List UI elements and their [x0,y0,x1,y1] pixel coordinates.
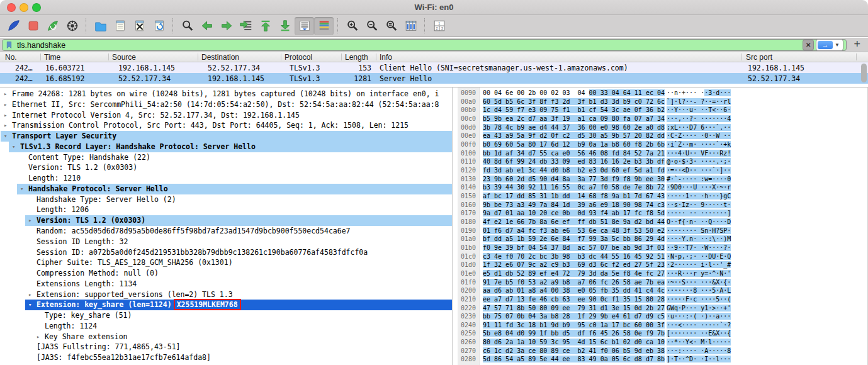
column-divider[interactable] [741,53,742,60]
go-back-icon[interactable] [197,17,217,35]
tree-row[interactable]: Length: 1206 [0,205,453,215]
hex-ascii[interactable]: #·`-···· :w=····0 [667,175,731,184]
expander-closed-icon[interactable]: ▸ [4,89,7,99]
hex-bytes[interactable]: 5b e8 04 d0 99 1f bb d5 df f6 45 26 58 0… [483,329,665,338]
hex-ascii[interactable]: `]·l?··- ?··=··rl [667,98,731,106]
hex-row[interactable]: 01609b be 73 a3 49 7a 84 1d 39 a6 e9 18 … [458,201,867,210]
hex-bytes[interactable]: ee a7 d7 13 fe 46 cb 63 ee 90 0c f1 35 1… [483,295,665,304]
hex-ascii[interactable]: ·9D0···U ···X·~·r [667,183,731,192]
wireshark-start-capture-icon[interactable] [4,17,23,35]
hex-row[interactable]: 011040 8d 6f 99 24 db 33 09 ed 83 16 16 … [458,157,867,166]
hex-bytes[interactable]: 00 04 6e 00 2b 00 02 03 04 00 33 04 64 1… [483,89,665,98]
hex-ascii[interactable]: O··f{·n· ··Q····D [667,218,731,227]
tree-row[interactable]: Content Type: Handshake (22) [0,152,453,163]
hex-bytes[interactable]: c6 1c d2 3a ce 80 89 ce b2 41 f0 06 b5 9… [483,347,665,356]
hex-row[interactable]: 019001 f6 d7 a4 fc f3 ab e6 53 6e ca 48 … [458,227,867,235]
hex-ascii[interactable]: ···R···r y=·^·N·' [667,269,731,278]
hex-row[interactable]: 0150af bc 17 dd 85 31 1b dd 14 68 f8 9a … [458,192,867,201]
column-divider[interactable] [341,53,342,60]
display-filter-input[interactable]: tls.handshake ✕ → ▼ [2,39,847,51]
expander-open-icon[interactable]: ▾ [4,131,7,142]
hex-bytes[interactable]: 01 f6 d7 a4 fc f3 ab e6 53 6e ca 48 3f 5… [483,227,665,235]
tree-row[interactable]: ▸Extension: supported_versions (len=2) T… [0,289,453,300]
packet-row[interactable]: 242…16.603721192.168.1.14552.52.177.34TL… [0,62,868,73]
go-to-packet-icon[interactable] [236,17,256,35]
expander-closed-icon[interactable]: ▸ [4,120,7,131]
hex-bytes[interactable]: af bc 17 dd 85 31 1b dd 14 68 f8 9a b1 7… [483,192,665,201]
column-header-protocol[interactable]: Protocol [285,53,312,62]
hex-row[interactable]: 00a060 5d b5 6c 3f 8f f3 2d 3f b1 d3 3d … [458,98,867,106]
column-header-src-port[interactable]: Src port [746,53,772,62]
hex-bytes[interactable]: fd 3d ab e1 3c 44 d0 b8 b2 e3 0d 60 ef 5… [483,166,665,175]
hex-ascii[interactable]: ·i`Z··m· ····`·+k [667,140,731,149]
hex-ascii[interactable]: GWq·P··· y1·>··+' [667,304,731,313]
close-file-icon[interactable] [130,17,149,35]
column-header-info[interactable]: Info [380,53,392,62]
hex-bytes[interactable]: b5 9b ea 2c d7 aa 3f 19 a1 ca 09 80 fa 0… [483,115,665,123]
tree-row[interactable]: Cipher Suite: TLS_AES_128_GCM_SHA256 (0x… [0,257,453,268]
hex-ascii[interactable]: ·······8 ···5·A·L [667,286,731,295]
hex-ascii[interactable]: ·····F·c ····5··( [667,295,731,304]
capture-options-icon[interactable] [62,17,82,35]
hex-row[interactable]: 013023 9b 60 2d d5 90 d4 8a 3a 77 3d f9 … [458,175,867,184]
hex-bytes[interactable]: aa d6 ab 01 a8 a4 00 38 e0 05 fb 35 dd 4… [483,286,665,295]
expander-closed-icon[interactable]: ▸ [28,289,31,300]
hex-ascii[interactable]: ··9··T7· ·W····?· [667,244,731,252]
hex-bytes[interactable]: f0 9e 39 bf 04 54 37 8d ac 57 07 be ab 9… [483,244,665,252]
tree-row[interactable]: Session ID Length: 32 [0,237,453,247]
filter-dropdown-caret-icon[interactable]: ▼ [835,42,840,48]
tree-row[interactable]: Compression Method: null (0) [0,268,453,279]
hex-ascii[interactable]: ;xL···D7 6···`.·· [667,123,731,132]
hex-ascii[interactable]: ···,··?· ·······4 [667,115,731,123]
tree-row[interactable]: Extensions Length: 1134 [0,279,453,289]
find-packet-icon[interactable] [178,17,197,35]
filter-value[interactable]: tls.handshake [17,41,803,50]
hex-ascii[interactable]: ·C·Z···· ·0··W ·· [667,132,731,140]
stop-capture-icon[interactable] [23,17,43,35]
hex-ascii[interactable]: ···:···· ·A·····8 [667,347,731,356]
hex-row[interactable]: 01c0c3 4e f0 70 2c bc 3b 98 b3 dc 44 55 … [458,252,867,261]
tree-row[interactable]: ▸Frame 24268: 1281 bytes on wire (10248 … [0,89,453,99]
hex-ascii[interactable]: @·o·$·3· ····.·;· [667,157,731,166]
hex-row[interactable]: 0200aa d6 ab 01 a8 a4 00 38 e0 05 fb 35 … [458,286,867,295]
tree-row[interactable]: Handshake Type: Server Hello (2) [0,194,453,205]
tree-row[interactable]: Type: key_share (51) [0,310,453,321]
hex-ascii[interactable]: ··s·Iz·· 9·····t· [667,201,731,210]
column-header-source[interactable]: Source [112,53,136,62]
hex-bytes[interactable]: 1f 32 e6 07 9c a2 c9 b3 69 d3 6c f2 ed 2… [483,261,665,269]
zoom-out-icon[interactable] [362,17,381,35]
hex-row[interactable]: 024091 11 fd 3c 18 b1 9d b9 95 c0 1a 17 … [458,321,867,330]
hex-row[interactable]: 0140b3 39 44 30 92 11 16 55 0c a7 f0 58 … [458,183,867,192]
hex-bytes[interactable]: ea 43 a9 5a 9f d2 0f c2 d5 30 a5 9b 57 2… [483,132,665,140]
hex-row[interactable]: 00b01c d4 59 f7 e3 09 75 f1 b1 cf 54 3c … [458,106,867,115]
expander-closed-icon[interactable]: ▸ [4,99,7,110]
tree-row[interactable]: Version: TLS 1.2 (0x0303) [0,162,453,173]
hex-row[interactable]: 022047 57 71 8b 50 80 09 ee 79 31 d1 3e … [458,304,867,313]
hex-bytes[interactable]: 91 11 fd 3c 18 b1 9d b9 95 c0 1a 17 bc 6… [483,321,665,330]
hex-row[interactable]: 00e0ea 43 a9 5a 9f d2 0f c2 d5 30 a5 9b … [458,132,867,140]
tree-row[interactable]: ▸Ethernet II, Src: SercommPhili_54:a2:50… [0,99,453,110]
hex-row[interactable]: 01709a d7 01 aa 10 20 ce 0b 0d 93 f4 ab … [458,209,867,218]
hex-bytes[interactable]: c3 4e f0 70 2c bc 3b 98 b3 dc 44 55 16 4… [483,252,665,261]
hex-bytes[interactable]: 1c d4 59 f7 e3 09 75 f1 b1 cf 54 3c ae 0… [483,106,665,115]
hex-bytes[interactable]: b3 39 44 30 92 11 16 55 0c a7 f0 58 de 7… [483,183,665,192]
hex-row[interactable]: 00d03b 78 4c b9 ae d4 44 37 36 00 e0 98 … [458,123,867,132]
tree-row[interactable]: Session ID: a072b5a0d0f245d219531bb328b7… [0,247,453,258]
go-forward-icon[interactable] [217,17,236,35]
hex-row[interactable]: 009000 04 6e 00 2b 00 02 03 04 00 33 04 … [458,89,867,98]
tree-row[interactable]: ▾Transport Layer Security [0,131,453,142]
column-header-time[interactable]: Time [44,53,60,62]
zoom-original-icon[interactable] [381,17,401,35]
tree-row[interactable]: ▸Key Share extension [0,332,453,342]
column-divider[interactable] [40,53,41,60]
hex-bytes[interactable]: bf dd a5 1b 59 2e 6e 84 f7 99 3a 5c bb 8… [483,235,665,244]
filter-apply-button[interactable]: → [818,41,833,49]
hex-row[interactable]: 026080 d6 2a 1a 10 59 3c 95 4d 15 6c b1 … [458,338,867,347]
hex-ascii[interactable]: ···<···· ·····`·? [667,321,731,330]
hex-ascii[interactable]: ]·T··^D· ·I··l··· [667,355,731,364]
zoom-in-icon[interactable] [342,17,362,35]
hex-ascii[interactable]: ··*··Y<· M·l····· [667,338,731,347]
hex-bytes[interactable]: 80 d6 2a 1a 10 59 3c 95 4d 15 6c b1 02 d… [483,338,665,347]
hex-bytes[interactable]: 23 9b 60 2d d5 90 d4 8a 3a 77 3d f9 f8 9… [483,175,665,184]
hex-row[interactable]: 0100bb 1d af 34 d7 55 ca e0 56 46 08 fd … [458,149,867,158]
